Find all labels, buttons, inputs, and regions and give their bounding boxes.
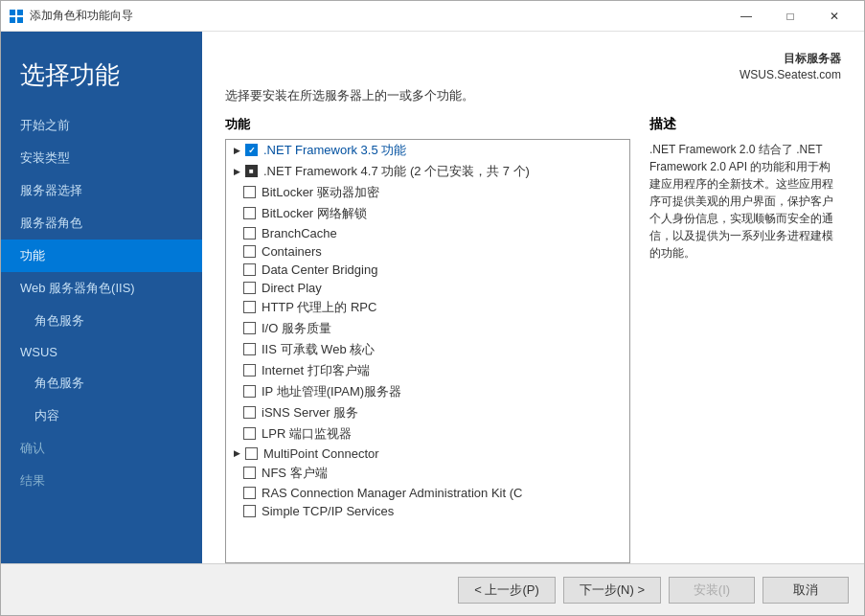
list-item[interactable]: ▶ MultiPoint Connector <box>226 445 629 463</box>
next-button[interactable]: 下一步(N) > <box>563 577 661 604</box>
nav-list: 开始之前 安装类型 服务器选择 服务器角色 功能 Web 服务器角色(IIS) … <box>1 109 202 563</box>
nav-item-server-select[interactable]: 服务器选择 <box>1 174 202 207</box>
list-item[interactable]: iSNS Server 服务 <box>226 402 629 423</box>
feature-name: IIS 可承载 Web 核心 <box>262 341 375 358</box>
nav-item-server-roles[interactable]: 服务器角色 <box>1 207 202 240</box>
list-item[interactable]: HTTP 代理上的 RPC <box>226 297 629 318</box>
feature-checkbox[interactable] <box>243 263 256 276</box>
feature-checkbox[interactable] <box>243 385 256 398</box>
list-item[interactable]: BitLocker 网络解锁 <box>226 203 629 224</box>
list-item[interactable]: Containers <box>226 242 629 261</box>
nav-item-web-server[interactable]: Web 服务器角色(IIS) <box>1 272 202 305</box>
feature-checkbox[interactable] <box>243 322 256 334</box>
list-item[interactable]: BranchCache <box>226 224 629 242</box>
feature-name: LPR 端口监视器 <box>262 425 352 443</box>
titlebar: 添加角色和功能向导 — □ ✕ <box>1 1 864 32</box>
right-header: 目标服务器 WSUS.Seatest.com <box>225 51 841 83</box>
feature-checkbox[interactable] <box>243 207 256 219</box>
nav-item-install-type[interactable]: 安装类型 <box>1 142 202 174</box>
list-item[interactable]: Internet 打印客户端 <box>226 360 629 381</box>
nav-item-result: 结果 <box>1 465 202 497</box>
expand-icon[interactable]: ▶ <box>230 165 243 178</box>
page-title-area: 选择功能 <box>1 51 202 109</box>
expand-icon[interactable]: ▶ <box>230 144 243 157</box>
features-list: ▶ .NET Framework 3.5 功能 ▶ .NET Framework… <box>226 140 629 520</box>
description-text: .NET Framework 2.0 结合了 .NET Framework 2.… <box>649 141 841 262</box>
feature-checkbox[interactable] <box>243 186 256 198</box>
svg-rect-3 <box>17 17 23 23</box>
feature-checkbox[interactable] <box>243 406 256 419</box>
target-server-info: 目标服务器 WSUS.Seatest.com <box>740 51 841 83</box>
list-item[interactable]: I/O 服务质量 <box>226 318 629 339</box>
feature-name: Simple TCP/IP Services <box>262 504 394 518</box>
window: 添加角色和功能向导 — □ ✕ 选择功能 开始之前 安装类型 服务器选择 服务器… <box>0 0 865 616</box>
list-item[interactable]: NFS 客户端 <box>226 463 629 484</box>
right-panel: 目标服务器 WSUS.Seatest.com 选择要安装在所选服务器上的一或多个… <box>202 32 864 563</box>
install-button[interactable]: 安装(I) <box>669 577 755 604</box>
feature-checkbox[interactable] <box>243 467 256 479</box>
feature-name: RAS Connection Manager Administration Ki… <box>262 486 522 500</box>
prev-button[interactable]: < 上一步(P) <box>458 577 556 604</box>
list-item[interactable]: IP 地址管理(IPAM)服务器 <box>226 381 629 402</box>
feature-name: HTTP 代理上的 RPC <box>262 299 376 316</box>
content-body: 功能 ▶ .NET Framework 3.5 功能 ▶ <box>225 116 841 563</box>
list-item[interactable]: LPR 端口监视器 <box>226 423 629 445</box>
list-item[interactable]: IIS 可承载 Web 核心 <box>226 339 629 360</box>
feature-checkbox[interactable] <box>243 282 256 294</box>
list-item[interactable]: RAS Connection Manager Administration Ki… <box>226 484 629 502</box>
nav-item-features[interactable]: 功能 <box>1 240 202 272</box>
feature-name: .NET Framework 3.5 功能 <box>263 142 406 159</box>
target-server-value: WSUS.Seatest.com <box>740 67 841 83</box>
feature-checkbox[interactable] <box>243 245 256 258</box>
list-item[interactable]: ▶ .NET Framework 4.7 功能 (2 个已安装，共 7 个) <box>226 161 629 182</box>
feature-checkbox[interactable] <box>243 487 256 499</box>
list-item[interactable]: BitLocker 驱动器加密 <box>226 182 629 203</box>
nav-item-role-services-2[interactable]: 角色服务 <box>1 367 202 399</box>
svg-rect-2 <box>10 17 15 23</box>
nav-item-wsus[interactable]: WSUS <box>1 337 202 367</box>
nav-item-confirm: 确认 <box>1 432 202 465</box>
feature-checkbox[interactable] <box>243 227 256 240</box>
description-panel: 描述 .NET Framework 2.0 结合了 .NET Framework… <box>649 116 841 563</box>
expand-icon[interactable]: ▶ <box>230 446 243 460</box>
list-item[interactable]: Simple TCP/IP Services <box>226 502 629 520</box>
feature-name: Direct Play <box>262 281 322 295</box>
nav-item-start[interactable]: 开始之前 <box>1 109 202 142</box>
list-item[interactable]: Direct Play <box>226 279 629 297</box>
description-title: 描述 <box>649 116 841 133</box>
features-label: 功能 <box>225 116 630 133</box>
page-title: 选择功能 <box>20 60 183 90</box>
svg-rect-0 <box>10 10 15 15</box>
feature-name: BranchCache <box>262 226 337 240</box>
bottom-bar: < 上一步(P) 下一步(N) > 安装(I) 取消 <box>1 563 864 615</box>
feature-name: Data Center Bridging <box>262 262 377 277</box>
feature-checkbox[interactable] <box>243 343 256 355</box>
feature-checkbox[interactable] <box>245 144 258 156</box>
feature-checkbox[interactable] <box>243 505 256 517</box>
svg-rect-1 <box>17 10 23 15</box>
feature-name: IP 地址管理(IPAM)服务器 <box>262 383 401 400</box>
close-button[interactable]: ✕ <box>812 1 856 32</box>
list-item[interactable]: Data Center Bridging <box>226 261 629 279</box>
window-title: 添加角色和功能向导 <box>30 8 724 24</box>
app-icon <box>9 9 24 24</box>
feature-name: Internet 打印客户端 <box>262 362 370 379</box>
cancel-button[interactable]: 取消 <box>763 577 849 604</box>
feature-checkbox[interactable] <box>243 301 256 313</box>
feature-checkbox[interactable] <box>245 165 258 177</box>
nav-item-role-services-1[interactable]: 角色服务 <box>1 305 202 337</box>
window-controls: — □ ✕ <box>724 1 856 32</box>
feature-name: Containers <box>262 244 322 259</box>
target-server-label: 目标服务器 <box>740 51 841 67</box>
nav-item-content[interactable]: 内容 <box>1 399 202 432</box>
maximize-button[interactable]: □ <box>768 1 812 32</box>
feature-name: BitLocker 驱动器加密 <box>262 184 379 201</box>
left-panel: 选择功能 开始之前 安装类型 服务器选择 服务器角色 功能 Web 服务器角色(… <box>1 32 202 563</box>
feature-checkbox[interactable] <box>243 427 256 440</box>
minimize-button[interactable]: — <box>724 1 768 32</box>
feature-name: iSNS Server 服务 <box>262 404 358 422</box>
feature-checkbox[interactable] <box>245 447 258 460</box>
features-list-container[interactable]: ▶ .NET Framework 3.5 功能 ▶ .NET Framework… <box>225 139 630 563</box>
list-item[interactable]: ▶ .NET Framework 3.5 功能 <box>226 140 629 161</box>
feature-checkbox[interactable] <box>243 364 256 376</box>
